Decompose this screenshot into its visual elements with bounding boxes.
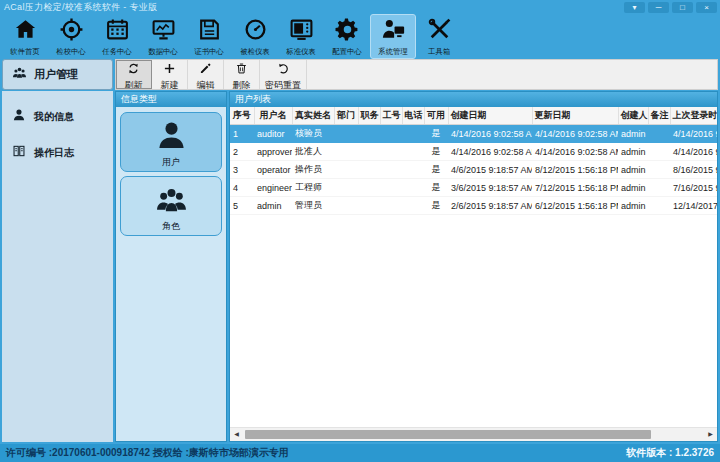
table-row[interactable]: 5admin管理员是2/6/2015 9:18:57 AM6/12/2015 1…	[230, 197, 717, 215]
edit-button[interactable]: 编辑	[188, 60, 224, 89]
scrollbar-thumb[interactable]	[245, 430, 651, 439]
table-cell	[402, 143, 424, 161]
new-button[interactable]: 新建	[152, 60, 188, 89]
reset-icon	[277, 61, 290, 79]
toolbar-item-data-center[interactable]: 数据中心	[140, 14, 186, 59]
sidebar-item-operation-log[interactable]: 操作日志	[2, 139, 113, 167]
table-cell: engineer	[254, 179, 292, 197]
column-header[interactable]: 更新日期	[532, 107, 618, 125]
toolbar-item-standard-instruments[interactable]: 标准仪表	[278, 14, 324, 59]
table-cell	[380, 125, 402, 143]
table-cell: 是	[424, 179, 448, 197]
sidebar-item-my-info[interactable]: 我的信息	[2, 103, 113, 131]
calibration-target-icon	[59, 17, 84, 46]
h-scrollbar[interactable]: ◀ ▶	[230, 427, 717, 441]
table-cell: admin	[618, 161, 648, 179]
sidebar-item-label: 操作日志	[34, 146, 74, 160]
toolbar-item-task-center[interactable]: 任务中心	[94, 14, 140, 59]
table-cell: 5	[230, 197, 254, 215]
toolbar-item-toolbox[interactable]: 工具箱	[416, 14, 462, 59]
toolbar-item-label: 工具箱	[428, 47, 450, 55]
table-cell	[334, 125, 358, 143]
table-cell	[380, 161, 402, 179]
table-cell: 是	[424, 161, 448, 179]
delete-button[interactable]: 删除	[224, 60, 260, 89]
subheader: 用户管理 刷新 新建 编辑 删除 密码重置	[0, 59, 720, 90]
tools-icon	[427, 17, 452, 46]
user-icon	[155, 119, 188, 156]
plus-icon	[163, 61, 176, 79]
table-cell: auditor	[254, 125, 292, 143]
toolbar-item-system-management[interactable]: 系统管理	[370, 14, 416, 59]
table-row[interactable]: 4engineer工程师是3/6/2015 9:18:57 AM7/12/201…	[230, 179, 717, 197]
window-controls: ▾ ─ □ ×	[624, 2, 717, 13]
minimize-icon[interactable]: ─	[648, 2, 669, 13]
table-cell: 操作员	[292, 161, 334, 179]
toolbar-item-label: 任务中心	[102, 47, 131, 55]
table-cell: 6/12/2015 1:56:18 PM	[532, 197, 618, 215]
toolbar-item-dut-instruments[interactable]: 被检仪表	[232, 14, 278, 59]
home-icon	[13, 17, 38, 46]
instrument-icon	[289, 17, 314, 46]
main-toolbar: 软件首页 检校中心 任务中心 数据中心 证书中心 被检仪表 标准仪表 配置中心 …	[0, 14, 720, 59]
table-row[interactable]: 1auditor核验员是4/14/2016 9:02:58 AM4/14/201…	[230, 125, 717, 143]
table-cell: 4/14/2016 9:02:58 AM	[532, 125, 618, 143]
table-cell: 管理员	[292, 197, 334, 215]
maximize-icon[interactable]: □	[672, 2, 693, 13]
table-cell: 3/6/2015 9:18:57 AM	[448, 179, 532, 197]
action-button-label: 刷新	[125, 80, 143, 90]
table-cell	[358, 161, 380, 179]
refresh-button[interactable]: 刷新	[116, 60, 152, 89]
calendar-icon	[105, 17, 130, 46]
table-cell	[358, 179, 380, 197]
column-header[interactable]: 职务	[358, 107, 380, 125]
column-header[interactable]: 真实姓名	[292, 107, 334, 125]
table-row[interactable]: 2approver批准人是4/14/2016 9:02:58 AM4/14/20…	[230, 143, 717, 161]
column-header[interactable]: 部门	[334, 107, 358, 125]
table-cell: 1	[230, 125, 254, 143]
theme-icon[interactable]: ▾	[624, 2, 645, 13]
column-header[interactable]: 创建日期	[448, 107, 532, 125]
table-cell: 是	[424, 143, 448, 161]
column-header[interactable]: 创建人	[618, 107, 648, 125]
gear-icon	[335, 17, 360, 46]
refresh-icon	[127, 61, 140, 79]
column-header[interactable]: 上次登录时间	[670, 107, 717, 125]
card-user[interactable]: 用户	[120, 112, 222, 172]
table-cell: 2/6/2015 9:18:57 AM	[448, 197, 532, 215]
password-reset-button[interactable]: 密码重置	[260, 60, 307, 89]
column-header[interactable]: 电话	[402, 107, 424, 125]
column-header[interactable]: 工号	[380, 107, 402, 125]
column-header[interactable]: 可用	[424, 107, 448, 125]
table-cell	[402, 161, 424, 179]
user-list-panel-header: 用户列表	[230, 92, 717, 107]
table-cell	[402, 197, 424, 215]
table-cell	[334, 161, 358, 179]
user-computer-icon	[381, 17, 406, 46]
toolbar-item-label: 系统管理	[378, 47, 407, 55]
table-cell: admin	[618, 125, 648, 143]
column-header[interactable]: 备注	[648, 107, 670, 125]
toolbar-item-calibration-center[interactable]: 检校中心	[48, 14, 94, 59]
toolbar-item-label: 数据中心	[148, 47, 177, 55]
scrollbar-track[interactable]	[243, 428, 704, 441]
column-header[interactable]: 用户名	[254, 107, 292, 125]
toolbar-item-home[interactable]: 软件首页	[2, 14, 48, 59]
table-cell: 4/6/2015 9:18:57 AM	[448, 161, 532, 179]
table-cell: 批准人	[292, 143, 334, 161]
table-cell	[648, 161, 670, 179]
table-cell	[358, 125, 380, 143]
scroll-left-arrow-icon[interactable]: ◀	[230, 428, 243, 441]
user-list-panel: 用户列表 序号用户名真实姓名部门职务工号电话可用创建日期更新日期创建人备注上次登…	[229, 91, 718, 442]
toolbar-item-config-center[interactable]: 配置中心	[324, 14, 370, 59]
action-button-label: 编辑	[197, 80, 215, 90]
close-icon[interactable]: ×	[696, 2, 717, 13]
table-cell: 8/16/2015 9:0	[670, 161, 717, 179]
card-role[interactable]: 角色	[120, 176, 222, 236]
toolbar-item-certificate-center[interactable]: 证书中心	[186, 14, 232, 59]
table-cell	[648, 197, 670, 215]
scroll-right-arrow-icon[interactable]: ▶	[704, 428, 717, 441]
column-header[interactable]: 序号	[230, 107, 254, 125]
action-button-label: 新建	[161, 80, 179, 90]
table-row[interactable]: 3operator操作员是4/6/2015 9:18:57 AM8/12/201…	[230, 161, 717, 179]
